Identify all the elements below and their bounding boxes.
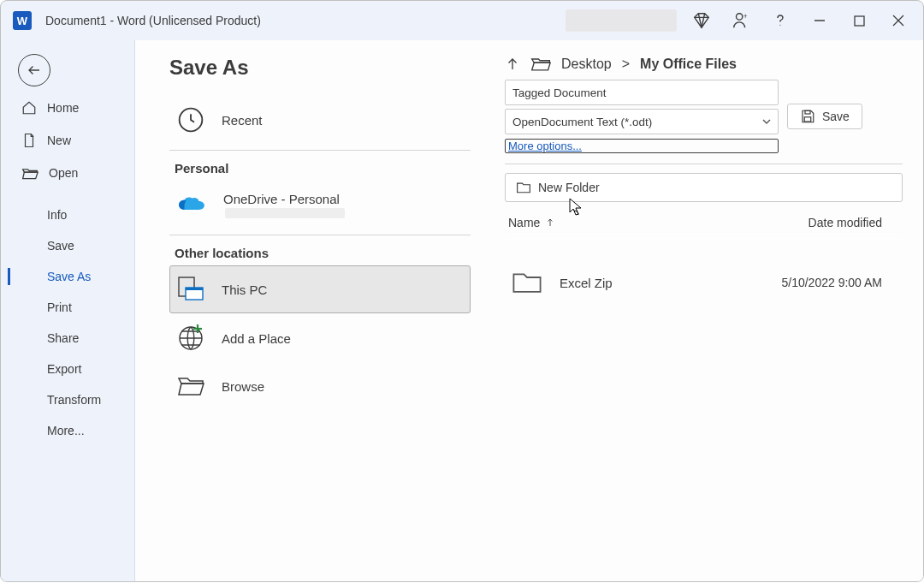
svg-rect-11 — [186, 288, 203, 290]
clock-icon — [177, 106, 204, 134]
nav-print[interactable]: Print — [1, 292, 134, 323]
nav-home-label: Home — [47, 101, 79, 115]
location-this-pc-label: This PC — [222, 283, 267, 297]
new-folder-label: New Folder — [538, 181, 600, 194]
file-date: 5/10/2022 9:00 AM — [781, 276, 899, 289]
account-area-placeholder — [566, 9, 677, 32]
nav-open-label: Open — [49, 166, 78, 180]
nav-save-as[interactable]: Save As — [1, 261, 134, 292]
column-headers: Name Date modified — [505, 216, 903, 239]
back-button[interactable] — [18, 54, 50, 86]
nav-new-label: New — [47, 134, 71, 147]
column-header-date[interactable]: Date modified — [808, 216, 899, 229]
filetype-select[interactable] — [505, 109, 779, 134]
column-header-date-label: Date modified — [808, 216, 882, 229]
svg-point-2 — [779, 25, 780, 26]
section-other-label: Other locations — [175, 246, 471, 260]
word-app-icon: W — [13, 11, 32, 30]
file-name: Excel Zip — [560, 276, 613, 290]
location-onedrive[interactable]: OneDrive - Personal — [169, 181, 471, 229]
breadcrumb-segment-1[interactable]: Desktop — [561, 57, 612, 72]
file-row[interactable]: Excel Zip 5/10/2022 9:00 AM — [505, 270, 903, 295]
help-icon[interactable] — [761, 1, 800, 40]
folder-icon — [512, 270, 542, 295]
new-folder-icon — [516, 181, 531, 194]
content-pane: Save As Recent Personal OneDrive - Perso… — [135, 40, 923, 581]
main-area: Home New Open Info Save Save As Print Sh… — [1, 40, 923, 581]
home-icon — [21, 100, 37, 116]
nav-more[interactable]: More... — [1, 415, 134, 446]
nav-transform[interactable]: Transform — [1, 384, 134, 415]
breadcrumb-separator: > — [622, 57, 630, 72]
add-place-icon — [177, 324, 204, 352]
divider — [169, 235, 471, 235]
location-recent[interactable]: Recent — [169, 95, 471, 145]
account-icon[interactable]: + — [721, 1, 761, 40]
up-arrow-icon[interactable] — [505, 57, 520, 72]
location-recent-label: Recent — [222, 113, 263, 128]
svg-rect-16 — [805, 110, 810, 114]
more-options-link[interactable]: More options... — [505, 139, 779, 153]
this-pc-icon — [177, 277, 204, 302]
locations-column: Save As Recent Personal OneDrive - Perso… — [169, 56, 471, 581]
page-title: Save As — [169, 56, 471, 80]
location-onedrive-label: OneDrive - Personal — [223, 192, 345, 206]
column-header-name[interactable]: Name — [508, 216, 555, 229]
breadcrumb-segment-2[interactable]: My Office Files — [640, 57, 737, 72]
filename-input[interactable] — [505, 80, 779, 105]
nav-open[interactable]: Open — [1, 157, 134, 189]
window-title: Document1 - Word (Unlicensed Product) — [45, 14, 261, 27]
save-disk-icon — [800, 109, 815, 124]
nav-share[interactable]: Share — [1, 323, 134, 354]
titlebar: W Document1 - Word (Unlicensed Product) … — [1, 1, 923, 40]
folder-open-icon — [21, 165, 38, 181]
location-browse-label: Browse — [222, 379, 264, 394]
browse-folder-icon — [177, 374, 204, 398]
maximize-button[interactable] — [839, 1, 879, 40]
new-folder-button[interactable]: New Folder — [505, 173, 903, 202]
sort-asc-arrow-icon — [545, 217, 555, 228]
save-button[interactable]: Save — [787, 104, 862, 129]
nav-save[interactable]: Save — [1, 230, 134, 261]
save-button-label: Save — [822, 110, 850, 123]
section-personal-label: Personal — [175, 161, 471, 175]
location-add-a-place-label: Add a Place — [222, 331, 291, 346]
location-add-a-place[interactable]: Add a Place — [169, 313, 471, 363]
svg-text:+: + — [743, 13, 748, 21]
premium-diamond-icon[interactable] — [682, 1, 721, 40]
breadcrumb: Desktop > My Office Files — [505, 56, 903, 73]
svg-point-0 — [737, 14, 743, 20]
location-browse[interactable]: Browse — [169, 363, 471, 409]
nav-home[interactable]: Home — [1, 92, 134, 124]
minimize-button[interactable] — [800, 1, 839, 40]
close-button[interactable] — [879, 1, 918, 40]
nav-secondary-group: Info Save Save As Print Share Export Tra… — [1, 199, 134, 446]
nav-info[interactable]: Info — [1, 199, 134, 230]
divider — [505, 164, 903, 164]
svg-rect-17 — [804, 117, 811, 122]
nav-new[interactable]: New — [1, 124, 134, 157]
onedrive-icon — [177, 196, 206, 215]
onedrive-account-placeholder — [225, 208, 345, 218]
left-navigation: Home New Open Info Save Save As Print Sh… — [1, 40, 135, 581]
column-header-name-label: Name — [508, 216, 540, 229]
save-panel: Desktop > My Office Files More options..… — [505, 56, 903, 581]
divider — [169, 150, 471, 151]
location-this-pc[interactable]: This PC — [169, 265, 471, 313]
svg-rect-4 — [855, 16, 864, 26]
folder-open-icon — [530, 56, 551, 73]
app-window: W Document1 - Word (Unlicensed Product) … — [0, 0, 924, 582]
new-file-icon — [21, 133, 37, 148]
nav-export[interactable]: Export — [1, 354, 134, 384]
